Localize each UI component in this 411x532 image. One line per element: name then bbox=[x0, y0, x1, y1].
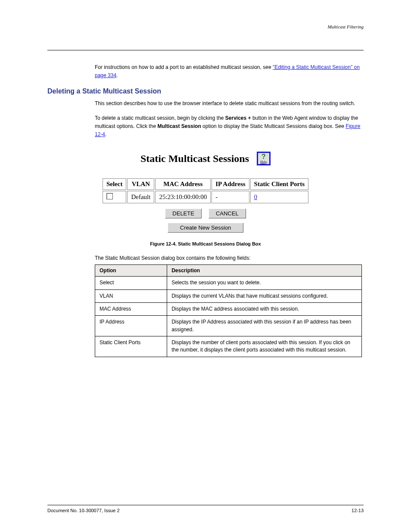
intro-text-suffix: . bbox=[116, 72, 118, 78]
header-crumb: Multicast Filtering bbox=[47, 24, 364, 29]
footer-right: 12-13 bbox=[352, 508, 364, 513]
footer: Document No. 10-300077, Issue 2 12-13 bbox=[47, 505, 364, 513]
figure-caption: Figure 12-4. Static Multicast Sessions D… bbox=[47, 241, 364, 246]
desc-row: MAC Address Displays the MAC address ass… bbox=[95, 302, 362, 315]
footer-left: Document No. 10-300077, Issue 2 bbox=[47, 508, 120, 513]
desc-header-row: Option Description bbox=[95, 265, 362, 277]
desc-val: Displays the number of client ports asso… bbox=[167, 336, 362, 357]
section-p2: To delete a static multicast session, be… bbox=[95, 114, 364, 139]
col-select: Select bbox=[103, 178, 126, 190]
create-new-session-button[interactable]: Create New Session bbox=[168, 223, 244, 233]
delete-button[interactable]: DELETE bbox=[165, 208, 202, 218]
cell-ports-link[interactable]: 0 bbox=[254, 193, 258, 200]
desc-opt: VLAN bbox=[95, 289, 167, 302]
top-rule bbox=[47, 50, 364, 50]
intro-text-prefix: For instructions on how to add a port to… bbox=[95, 64, 273, 70]
cell-mac: 25:23:10:00:00:00 bbox=[155, 191, 211, 203]
help-button[interactable]: ? Help bbox=[257, 152, 271, 165]
screenshot-title: Static Multicast Sessions bbox=[140, 153, 249, 165]
desc-intro: The Static Multicast Session dialog box … bbox=[95, 255, 364, 261]
section-p1: This section describes how to use the br… bbox=[95, 100, 364, 108]
desc-opt: IP Address bbox=[95, 316, 167, 336]
desc-row: Select Selects the session you want to d… bbox=[95, 277, 362, 289]
section-title: Deleting a Static Multicast Session bbox=[47, 87, 364, 95]
cancel-button[interactable]: CANCEL bbox=[209, 208, 246, 218]
description-table: Option Description Select Selects the se… bbox=[95, 264, 362, 357]
desc-val: Selects the session you want to delete. bbox=[167, 277, 362, 289]
desc-col-desc: Description bbox=[167, 265, 362, 277]
desc-val: Displays the current VLANs that have mul… bbox=[167, 289, 362, 302]
help-icon-glyph: ? bbox=[258, 153, 269, 161]
p2-end: option to display the Static Multicast S… bbox=[201, 123, 346, 129]
col-vlan: VLAN bbox=[127, 178, 154, 190]
help-icon-label: Help bbox=[258, 161, 269, 164]
p2-after: . bbox=[105, 131, 106, 137]
footer-rule bbox=[47, 505, 364, 505]
cell-vlan: Default bbox=[127, 191, 154, 203]
row-select-checkbox[interactable] bbox=[106, 193, 113, 199]
table-header-row: Select VLAN MAC Address IP Address Stati… bbox=[103, 178, 308, 190]
figure-caption-text: Figure 12-4. Static Multicast Sessions D… bbox=[150, 241, 261, 246]
desc-row: VLAN Displays the current VLANs that hav… bbox=[95, 289, 362, 302]
desc-opt: Static Client Ports bbox=[95, 336, 167, 357]
desc-opt: Select bbox=[95, 277, 167, 289]
sessions-table: Select VLAN MAC Address IP Address Stati… bbox=[102, 177, 309, 204]
p2-prefix: To delete a static multicast session, be… bbox=[95, 115, 225, 121]
col-mac: MAC Address bbox=[155, 178, 211, 190]
intro-paragraph: For instructions on how to add a port to… bbox=[95, 63, 364, 80]
col-ports: Static Client Ports bbox=[250, 178, 308, 190]
col-ip: IP Address bbox=[212, 178, 249, 190]
desc-opt: MAC Address bbox=[95, 302, 167, 315]
p2-bold2: Multicast Session bbox=[157, 123, 201, 129]
screenshot-panel: Static Multicast Sessions ? Help Select … bbox=[47, 152, 364, 233]
cell-ip: - bbox=[212, 191, 249, 203]
table-row: Default 25:23:10:00:00:00 - 0 bbox=[103, 191, 308, 203]
desc-col-option: Option bbox=[95, 265, 167, 277]
desc-row: Static Client Ports Displays the number … bbox=[95, 336, 362, 357]
desc-val: Displays the MAC address associated with… bbox=[167, 302, 362, 315]
desc-val: Displays the IP Address associated with … bbox=[167, 316, 362, 336]
desc-row: IP Address Displays the IP Address assoc… bbox=[95, 316, 362, 336]
p2-bold1: Services + bbox=[225, 115, 251, 121]
